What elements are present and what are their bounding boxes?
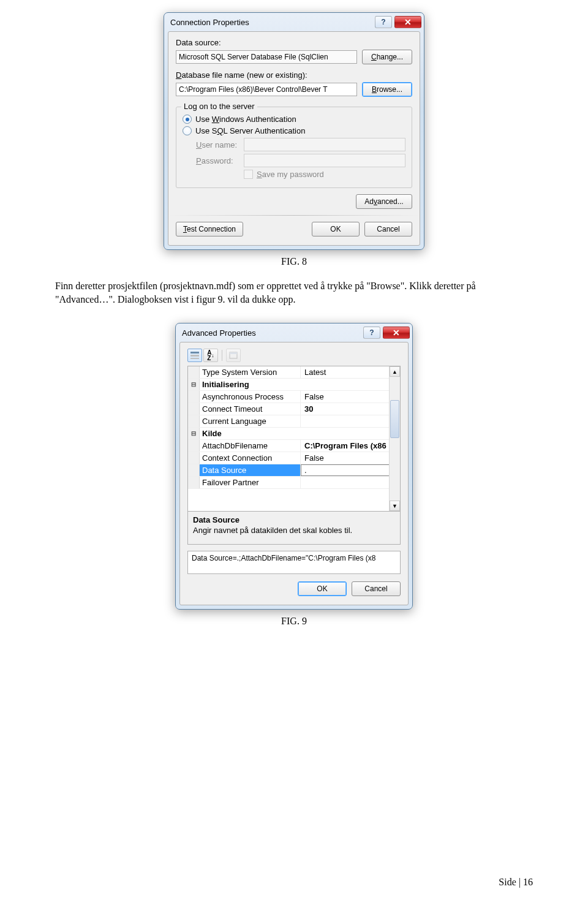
svg-rect-0 — [190, 352, 199, 354]
row-gutter — [188, 391, 200, 403]
cancel-button[interactable]: Cancel — [364, 222, 412, 236]
username-label: User name: — [196, 140, 244, 149]
separator — [168, 215, 420, 216]
property-name: Context Connection — [200, 452, 301, 464]
figure-caption: FIG. 9 — [55, 616, 533, 627]
page-number: Side | 16 — [499, 877, 533, 888]
row-gutter — [188, 403, 200, 415]
row-gutter — [188, 415, 200, 427]
logon-group: Log on to the server Use Windows Authent… — [176, 107, 412, 188]
use-sql-auth-radio[interactable]: Use SQL Server Authentication — [183, 126, 405, 135]
row-gutter: ⊟ — [188, 428, 200, 439]
toolbar-separator — [222, 350, 222, 361]
scroll-track[interactable] — [390, 377, 400, 501]
property-value: False — [301, 452, 400, 464]
property-grid[interactable]: Type System VersionLatest⊟Initialisering… — [187, 366, 401, 512]
titlebar: Connection Properties ? ✕ — [164, 13, 424, 31]
categorized-icon[interactable] — [187, 349, 202, 362]
password-input — [244, 154, 405, 167]
property-row[interactable]: Context ConnectionFalse — [188, 452, 400, 464]
description-text: Angir navnet på datakilden det skal kobl… — [193, 526, 395, 535]
row-gutter: ⊟ — [188, 379, 200, 390]
data-source-label: Data source: — [176, 38, 412, 47]
help-icon[interactable]: ? — [375, 16, 392, 28]
description-title: Data Source — [193, 515, 395, 524]
description-pane: Data Source Angir navnet på datakilden d… — [187, 512, 401, 545]
property-name: Kilde — [200, 428, 400, 439]
scrollbar[interactable]: ▲ ▼ — [389, 366, 400, 511]
svg-rect-4 — [230, 352, 237, 354]
property-value: C:\Program Files (x86 — [301, 440, 400, 452]
property-name: AttachDbFilename — [200, 440, 301, 452]
advanced-button[interactable]: Advanced... — [356, 194, 412, 209]
property-value: False — [301, 391, 400, 403]
save-password-checkbox — [244, 170, 253, 179]
advanced-properties-dialog: Advanced Properties ? ✕ AZ↓ Type System — [175, 323, 413, 610]
property-value — [301, 415, 400, 427]
row-gutter — [188, 440, 200, 452]
help-icon[interactable]: ? — [363, 327, 380, 339]
change-button[interactable]: Change... — [362, 50, 412, 64]
row-gutter — [188, 366, 200, 378]
figure-caption: FIG. 8 — [55, 256, 533, 267]
body-paragraph: Finn deretter prosjektfilen (prosjektnav… — [55, 279, 533, 306]
property-value — [301, 477, 400, 488]
property-value: 30 — [301, 403, 400, 415]
scroll-up-icon[interactable]: ▲ — [390, 366, 400, 377]
property-pages-icon — [226, 349, 241, 362]
row-gutter — [188, 464, 200, 476]
property-name: Asynchronous Process — [200, 391, 301, 403]
dialog-title: Connection Properties — [170, 18, 372, 27]
property-name: Connect Timeout — [200, 403, 301, 415]
titlebar: Advanced Properties ? ✕ — [176, 323, 412, 342]
radio-selected-icon — [183, 115, 192, 124]
logon-group-title: Log on to the server — [181, 102, 257, 111]
property-name: Current Language — [200, 415, 301, 427]
row-gutter — [188, 477, 200, 488]
db-file-input[interactable]: C:\Program Files (x86)\Bever Control\Bev… — [176, 83, 357, 96]
connection-properties-dialog: Connection Properties ? ✕ Data source: M… — [164, 12, 424, 250]
dialog-body: Data source: Microsoft SQL Server Databa… — [168, 31, 420, 246]
svg-rect-1 — [190, 355, 199, 357]
property-row[interactable]: AttachDbFilenameC:\Program Files (x86 — [188, 440, 400, 452]
cancel-button[interactable]: Cancel — [352, 581, 401, 596]
property-row[interactable]: Asynchronous ProcessFalse — [188, 391, 400, 403]
save-password-label: Save my password — [257, 170, 324, 179]
dialog-title: Advanced Properties — [182, 328, 361, 338]
connection-string-display: Data Source=.;AttachDbFilename="C:\Progr… — [187, 551, 401, 574]
property-name: Data Source — [200, 464, 301, 476]
close-icon[interactable]: ✕ — [394, 16, 421, 28]
property-row[interactable]: Data Source.▾ — [188, 464, 400, 477]
scroll-down-icon[interactable]: ▼ — [390, 501, 400, 511]
db-file-label: Database file name (new or existing): — [176, 70, 412, 80]
ok-button[interactable]: OK — [312, 222, 360, 236]
browse-button[interactable]: Browse... — [362, 82, 412, 97]
ok-button[interactable]: OK — [298, 581, 347, 596]
property-row[interactable]: Type System VersionLatest — [188, 366, 400, 379]
radio-unselected-icon — [183, 126, 192, 135]
data-source-input[interactable]: Microsoft SQL Server Database File (SqlC… — [176, 50, 357, 64]
alphabetical-icon[interactable]: AZ↓ — [203, 349, 218, 362]
close-icon[interactable]: ✕ — [383, 327, 410, 339]
property-grid-toolbar: AZ↓ — [187, 349, 401, 362]
property-name: Initialisering — [200, 379, 400, 390]
password-label: Password: — [196, 156, 244, 165]
property-category: ⊟Initialisering — [188, 379, 400, 391]
property-name: Type System Version — [200, 366, 301, 378]
username-input — [244, 138, 405, 151]
property-row[interactable]: Failover Partner — [188, 477, 400, 489]
property-row[interactable]: Connect Timeout30 — [188, 403, 400, 415]
scroll-thumb[interactable] — [390, 400, 399, 438]
property-name: Failover Partner — [200, 477, 301, 488]
property-value[interactable]: .▾ — [301, 464, 400, 476]
property-value: Latest — [301, 366, 400, 378]
row-gutter — [188, 452, 200, 464]
property-row[interactable]: Current Language — [188, 415, 400, 428]
svg-rect-2 — [190, 358, 199, 359]
property-category: ⊟Kilde — [188, 428, 400, 440]
test-connection-button[interactable]: Test Connection — [176, 222, 243, 236]
use-windows-auth-radio[interactable]: Use Windows Authentication — [183, 115, 405, 124]
dialog-body: AZ↓ Type System VersionLatest⊟Initialise… — [179, 342, 409, 605]
